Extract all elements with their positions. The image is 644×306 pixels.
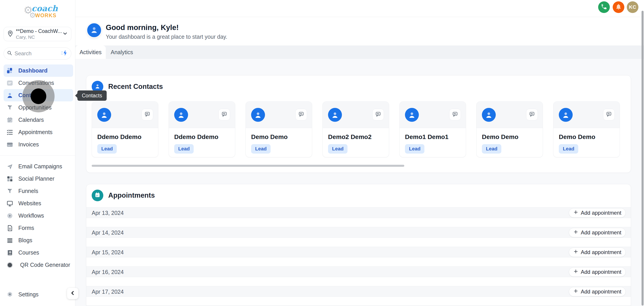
contact-card[interactable]: Ddemo Ddemo Lead bbox=[92, 101, 158, 157]
phone-icon bbox=[600, 3, 607, 11]
message-contact-button[interactable] bbox=[218, 109, 230, 120]
search-input[interactable] bbox=[14, 50, 60, 57]
sidebar-item-forms[interactable]: Forms bbox=[4, 222, 73, 234]
greeting-avatar bbox=[86, 23, 102, 38]
invoices-icon bbox=[6, 141, 14, 148]
sidebar-item-label: QR Code Generator bbox=[20, 262, 70, 268]
dashboard-content: Recent Contacts Ddemo Ddemo bbox=[75, 59, 644, 306]
location-switcher[interactable]: **Demo - CoachW... Cary, NC bbox=[4, 27, 71, 41]
appointment-row: Apr 14, 2024 Add appointment bbox=[86, 227, 631, 238]
contact-name: Demo1 Demo1 bbox=[405, 133, 466, 141]
status-badge: Lead bbox=[559, 144, 578, 154]
sidebar-item-qr-code-generator[interactable]: QR Code Generator bbox=[4, 259, 73, 271]
contact-card[interactable]: Demo2 Demo2 Lead bbox=[322, 101, 389, 157]
sidebar-item-label: Courses bbox=[18, 249, 39, 256]
workflows-icon bbox=[6, 212, 14, 219]
contact-card[interactable]: Demo Demo Lead bbox=[553, 101, 620, 157]
message-contact-button[interactable] bbox=[142, 109, 153, 120]
settings-gear-icon bbox=[6, 291, 14, 298]
ai-spark-icon[interactable] bbox=[60, 50, 68, 57]
courses-icon bbox=[6, 249, 14, 256]
person-icon bbox=[90, 25, 99, 35]
sidebar-item-opportunities[interactable]: Opportunities bbox=[4, 101, 73, 114]
sidebar-item-label: Contacts bbox=[18, 92, 42, 99]
add-appointment-button[interactable]: Add appointment bbox=[569, 287, 626, 296]
sidebar-item-dashboard[interactable]: Dashboard bbox=[4, 65, 73, 77]
contact-card[interactable]: Demo Demo Lead bbox=[246, 101, 312, 157]
email-campaigns-icon bbox=[6, 163, 14, 170]
contact-name: Ddemo Ddemo bbox=[174, 133, 235, 141]
sidebar-item-label: Forms bbox=[18, 225, 34, 231]
message-contact-button[interactable] bbox=[603, 109, 615, 120]
dashboard-icon bbox=[6, 67, 14, 74]
message-contact-button[interactable] bbox=[526, 109, 538, 120]
add-appointment-button[interactable]: Add appointment bbox=[569, 228, 626, 237]
opportunities-icon bbox=[6, 104, 14, 111]
bell-icon bbox=[615, 3, 622, 11]
sidebar-item-workflows[interactable]: Workflows bbox=[4, 209, 73, 222]
sidebar-item-settings[interactable]: Settings bbox=[4, 288, 73, 301]
appointment-row: Apr 16, 2024 Add appointment bbox=[86, 266, 631, 277]
appointments-card: Appointments Apr 13, 2024 Add appointmen… bbox=[86, 184, 631, 306]
message-contact-button[interactable] bbox=[296, 109, 307, 120]
contact-avatar bbox=[97, 108, 111, 122]
sidebar-item-email-campaigns[interactable]: Email Campaigns bbox=[4, 160, 73, 173]
contact-name: Demo Demo bbox=[482, 133, 543, 141]
sidebar-item-blogs[interactable]: Blogs bbox=[4, 234, 73, 246]
status-badge: Lead bbox=[97, 144, 117, 154]
appointment-date: Apr 16, 2024 bbox=[92, 267, 124, 277]
plus-icon bbox=[573, 229, 578, 236]
chat-bubble-icon bbox=[452, 111, 458, 118]
appointments-section-icon bbox=[92, 190, 103, 201]
contact-card[interactable]: Ddemo Ddemo Lead bbox=[168, 101, 235, 157]
sidebar-item-label: Settings bbox=[18, 291, 38, 298]
websites-icon bbox=[6, 200, 14, 207]
contact-card[interactable]: Demo1 Demo1 Lead bbox=[399, 101, 466, 157]
add-appointment-button[interactable]: Add appointment bbox=[569, 208, 626, 218]
sidebar-item-appointments[interactable]: Appointments bbox=[4, 126, 73, 138]
section-title: Appointments bbox=[108, 191, 155, 199]
add-appointment-button[interactable]: Add appointment bbox=[569, 267, 626, 277]
sidebar-item-calendars[interactable]: Calendars bbox=[4, 114, 73, 126]
phone-button[interactable] bbox=[598, 1, 610, 13]
sidebar-item-social-planner[interactable]: Social Planner bbox=[4, 173, 73, 185]
conversations-icon bbox=[6, 80, 14, 87]
sidebar-item-courses[interactable]: Courses bbox=[4, 246, 73, 259]
social-planner-icon bbox=[6, 175, 14, 182]
sidebar-item-contacts[interactable]: Contacts bbox=[4, 89, 73, 101]
horizontal-scrollbar[interactable] bbox=[92, 165, 404, 167]
sidebar-item-label: Appointments bbox=[18, 129, 52, 135]
tooltip-arrow bbox=[75, 93, 77, 98]
location-pin-icon bbox=[7, 30, 14, 38]
sidebar-item-funnels[interactable]: Funnels bbox=[4, 185, 73, 197]
message-contact-button[interactable] bbox=[449, 109, 461, 120]
add-appointment-button[interactable]: Add appointment bbox=[569, 247, 626, 257]
status-badge: Lead bbox=[251, 144, 270, 154]
page-subtitle: Your dashboard is a great place to start… bbox=[106, 34, 227, 40]
sidebar-item-label: Conversations bbox=[18, 80, 54, 86]
contact-avatar bbox=[251, 108, 265, 122]
sidebar-item-label: Calendars bbox=[18, 117, 44, 123]
sidebar-collapse-button[interactable] bbox=[67, 288, 78, 299]
appointment-row: Apr 17, 2024 Add appointment bbox=[86, 286, 631, 297]
contact-tiles-row: Ddemo Ddemo Lead bbox=[92, 101, 620, 157]
calendar-icon bbox=[94, 192, 101, 199]
appointment-date: Apr 13, 2024 bbox=[92, 207, 124, 218]
user-avatar[interactable]: KC bbox=[627, 1, 638, 13]
contact-card[interactable]: Demo Demo Lead bbox=[476, 101, 543, 157]
vertical-scrollbar[interactable] bbox=[642, 11, 644, 305]
appointment-date: Apr 15, 2024 bbox=[92, 247, 124, 258]
tab-analytics[interactable]: Analytics bbox=[106, 46, 138, 59]
search-bar bbox=[4, 48, 71, 60]
plus-icon bbox=[573, 269, 578, 275]
tab-activities[interactable]: Activities bbox=[75, 46, 106, 59]
appointment-date: Apr 17, 2024 bbox=[92, 286, 124, 297]
sidebar-item-websites[interactable]: Websites bbox=[4, 197, 73, 209]
forms-icon bbox=[6, 224, 14, 232]
sidebar-item-invoices[interactable]: Invoices bbox=[4, 138, 73, 151]
notifications-button[interactable] bbox=[613, 1, 624, 13]
funnels-icon bbox=[6, 188, 14, 195]
sidebar-item-label: Workflows bbox=[18, 212, 44, 219]
sidebar-item-conversations[interactable]: Conversations bbox=[4, 77, 73, 89]
message-contact-button[interactable] bbox=[372, 109, 384, 120]
